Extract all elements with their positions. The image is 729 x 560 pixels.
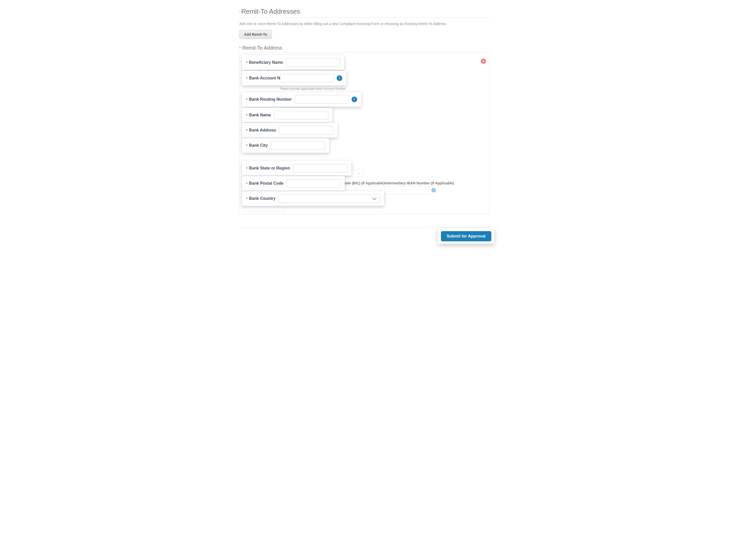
bank-routing-number-input[interactable] — [295, 95, 349, 104]
info-icon: i — [431, 188, 436, 192]
action-bar: Decline Sa Submit for Approval — [239, 232, 490, 241]
bank-address-card: * Bank Address — [242, 123, 337, 138]
submit-highlight-wrap: Submit for Approval — [438, 229, 494, 244]
required-asterisk-icon: * — [239, 46, 241, 50]
beneficiary-name-input[interactable] — [286, 58, 340, 67]
bank-routing-number-card: * Bank Routing Number i — [242, 92, 361, 107]
bank-country-card: * Bank Country — [242, 191, 384, 206]
bank-name-input[interactable] — [274, 111, 328, 119]
bank-account-number-card: * Bank Account Number i — [242, 71, 346, 85]
required-asterisk-icon: * — [246, 143, 247, 148]
required-asterisk-icon: * — [246, 128, 247, 133]
chevron-down-icon: ⌄ — [358, 171, 360, 175]
add-remit-to-button[interactable]: Add Remit-To — [239, 30, 272, 39]
submit-for-approval-button[interactable]: Submit for Approval — [441, 231, 491, 241]
bank-state-label: Bank State or Region — [249, 166, 290, 170]
required-asterisk-icon: * — [246, 60, 247, 65]
bank-address-input[interactable] — [279, 126, 333, 135]
bank-state-card: * Bank State or Region — [242, 161, 351, 176]
bank-account-number-input[interactable] — [280, 74, 334, 82]
required-asterisk-icon: * — [246, 181, 247, 186]
ghost-swift-iban-row: Code (BIC) (If Applicable)Intermediary I… — [342, 181, 454, 185]
required-asterisk-icon: * — [246, 97, 247, 102]
remit-to-panel: ✕ Beneficiary Name Bank Name ⌄ Code (BIC… — [239, 52, 490, 214]
required-asterisk-icon: * — [246, 166, 247, 170]
bank-name-card: * Bank Name — [242, 108, 332, 122]
bank-postal-input[interactable] — [286, 179, 341, 188]
section-helper-text: Add one or more Remit-To Addresses by ei… — [239, 22, 490, 26]
required-asterisk-icon: * — [246, 76, 247, 80]
beneficiary-name-label: Beneficiary Name — [249, 60, 283, 65]
bank-country-label: Bank Country — [249, 196, 276, 201]
ghost-swift-label: Code (BIC) (If Applicable) — [342, 181, 385, 185]
bank-account-hint: Please provide applicable Bank Account N… — [280, 87, 346, 91]
bank-city-label: Bank City — [249, 143, 268, 148]
subsection-heading-text: Remit-To Address — [242, 45, 282, 51]
section-title-text: Remit-To Addresses — [241, 8, 300, 15]
bank-country-select[interactable] — [279, 194, 380, 203]
bank-account-number-label: Bank Account Number — [249, 76, 277, 80]
section-title: *Remit-To Addresses — [239, 8, 490, 18]
close-icon[interactable]: ✕ — [481, 59, 486, 64]
info-icon[interactable]: i — [351, 97, 357, 102]
required-asterisk-icon: * — [246, 197, 247, 201]
bank-address-label: Bank Address — [249, 128, 276, 133]
required-asterisk-icon: * — [239, 11, 240, 13]
ghost-iban-input — [385, 186, 430, 194]
bank-city-input[interactable] — [271, 141, 325, 150]
bank-name-label: Bank Name — [249, 113, 271, 117]
bank-routing-number-label: Bank Routing Number — [249, 97, 292, 102]
ghost-iban-label: Intermediary IBAN Number (If Applicable) — [385, 181, 454, 185]
beneficiary-name-card: * Beneficiary Name — [242, 55, 344, 70]
bank-city-card: * Bank City — [242, 138, 329, 153]
required-asterisk-icon: * — [246, 113, 247, 117]
bank-postal-card: * Bank Postal Code — [242, 176, 345, 191]
bank-state-input[interactable] — [293, 164, 347, 173]
info-icon[interactable]: i — [337, 75, 342, 81]
subsection-heading: *Remit-To Address — [239, 45, 490, 51]
bank-postal-label: Bank Postal Code — [249, 181, 283, 186]
ghost-iban-input-row: i — [385, 186, 436, 194]
page-container: *Remit-To Addresses Add one or more Remi… — [239, 8, 490, 241]
